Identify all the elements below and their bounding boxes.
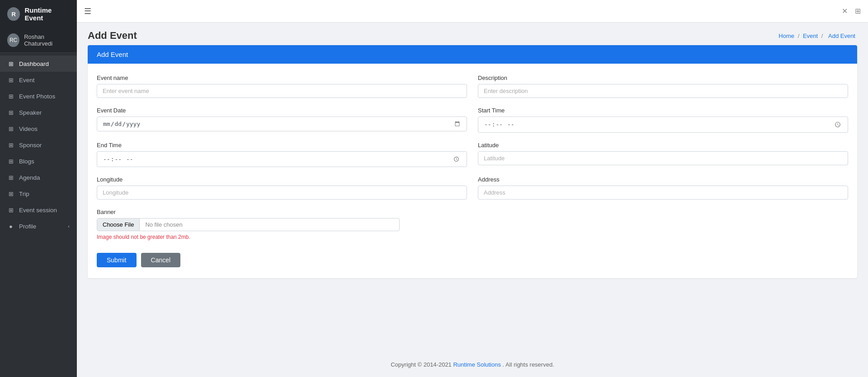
event-icon: ⊞	[7, 76, 14, 84]
sidebar-item-blogs[interactable]: ⊞ Blogs	[0, 153, 77, 169]
profile-left: ● Profile	[7, 223, 36, 230]
speaker-icon: ⊞	[7, 109, 14, 116]
breadcrumb-event[interactable]: Event	[803, 33, 818, 39]
sidebar-item-event-session[interactable]: ⊞ Event session	[0, 202, 77, 218]
username-label: Roshan Chaturvedi	[24, 33, 70, 47]
brand-icon: R	[7, 7, 20, 21]
agenda-icon: ⊞	[7, 174, 14, 181]
sidebar-item-event[interactable]: ⊞ Event	[0, 72, 77, 88]
card-header: Add Event	[88, 45, 857, 64]
form-row-1: Event name Description	[97, 74, 848, 98]
banner-label: Banner	[97, 209, 400, 215]
sidebar-item-label: Sponsor	[19, 142, 42, 149]
sidebar-item-speaker[interactable]: ⊞ Speaker	[0, 104, 77, 121]
add-event-card: Add Event Event name Description Event D…	[88, 45, 857, 278]
videos-icon: ⊞	[7, 125, 14, 132]
breadcrumb-sep1: /	[798, 33, 800, 39]
address-input[interactable]	[478, 186, 848, 200]
event-name-group: Event name	[97, 74, 467, 98]
sidebar-item-videos[interactable]: ⊞ Videos	[0, 121, 77, 137]
form-actions: Submit Cancel	[97, 253, 848, 267]
profile-icon: ●	[7, 223, 14, 230]
footer-text: Copyright © 2014-2021	[391, 361, 453, 368]
start-time-input[interactable]	[478, 116, 848, 133]
footer-suffix: . All rights reserved.	[503, 361, 554, 368]
sidebar-item-label: Trip	[19, 191, 29, 197]
sidebar-brand: R Runtime Event	[0, 0, 77, 28]
start-time-group: Start Time	[478, 107, 848, 133]
dashboard-icon: ⊞	[7, 60, 14, 67]
cancel-button[interactable]: Cancel	[141, 253, 181, 267]
sidebar-item-label: Speaker	[19, 109, 42, 116]
latitude-input[interactable]	[478, 151, 848, 165]
topbar-right: ✕ ⊞	[842, 7, 861, 15]
page-title: Add Event	[88, 30, 137, 42]
sidebar-item-label: Event session	[19, 207, 57, 214]
event-date-label: Event Date	[97, 107, 467, 114]
sidebar: R Runtime Event RC Roshan Chaturvedi ⊞ D…	[0, 0, 77, 377]
sidebar-item-dashboard[interactable]: ⊞ Dashboard	[0, 56, 77, 72]
footer-link[interactable]: Runtime Solutions	[453, 361, 501, 368]
sidebar-item-label: Agenda	[19, 174, 40, 181]
latitude-group: Latitude	[478, 142, 848, 168]
trip-icon: ⊞	[7, 190, 14, 197]
end-time-label: End Time	[97, 142, 467, 149]
start-time-label: Start Time	[478, 107, 848, 114]
topbar-left: ☰	[84, 6, 91, 16]
form-row-2: Event Date Start Time	[97, 107, 848, 133]
longitude-input[interactable]	[97, 186, 467, 200]
description-label: Description	[478, 74, 848, 81]
event-photos-icon: ⊞	[7, 93, 14, 100]
sidebar-item-label: Blogs	[19, 158, 34, 165]
sidebar-item-event-photos[interactable]: ⊞ Event Photos	[0, 88, 77, 104]
submit-button[interactable]: Submit	[97, 253, 137, 267]
chevron-left-icon: ‹	[68, 223, 70, 229]
sidebar-item-sponsor[interactable]: ⊞ Sponsor	[0, 137, 77, 153]
card-body: Event name Description Event Date Start …	[88, 64, 857, 278]
breadcrumb-current: Add Event	[828, 33, 855, 39]
sidebar-item-label: Dashboard	[19, 61, 49, 67]
file-name-display: No file chosen	[140, 219, 399, 231]
event-name-input[interactable]	[97, 84, 467, 98]
sponsor-icon: ⊞	[7, 141, 14, 149]
sidebar-item-label: Videos	[19, 126, 38, 132]
description-input[interactable]	[478, 84, 848, 98]
file-error-message: Image should not be greater than 2mb.	[97, 234, 400, 240]
blogs-icon: ⊞	[7, 158, 14, 165]
event-name-label: Event name	[97, 74, 467, 81]
banner-group: Banner Choose File No file chosen Image …	[97, 209, 400, 240]
address-group: Address	[478, 176, 848, 200]
breadcrumb-home[interactable]: Home	[778, 33, 794, 39]
event-date-input[interactable]	[97, 116, 467, 131]
footer: Copyright © 2014-2021 Runtime Solutions …	[77, 352, 868, 377]
sidebar-nav: ⊞ Dashboard ⊞ Event ⊞ Event Photos ⊞ Spe…	[0, 53, 77, 377]
breadcrumb-sep2: /	[821, 33, 823, 39]
sidebar-item-profile[interactable]: ● Profile ‹	[0, 218, 77, 234]
end-time-input[interactable]	[97, 151, 467, 168]
brand-name: Runtime Event	[24, 6, 70, 22]
description-group: Description	[478, 74, 848, 98]
avatar: RC	[7, 33, 19, 47]
breadcrumb: Home / Event / Add Event	[778, 33, 857, 39]
main-content: ☰ ✕ ⊞ Add Event Home / Event / Add Event…	[77, 0, 868, 377]
grid-icon[interactable]: ⊞	[855, 7, 861, 15]
topbar: ☰ ✕ ⊞	[77, 0, 868, 23]
event-date-group: Event Date	[97, 107, 467, 133]
form-row-4: Longitude Address	[97, 176, 848, 200]
file-choose-button[interactable]: Choose File	[97, 219, 140, 231]
sidebar-item-agenda[interactable]: ⊞ Agenda	[0, 169, 77, 186]
hamburger-button[interactable]: ☰	[84, 6, 91, 16]
longitude-group: Longitude	[97, 176, 467, 200]
form-row-3: End Time Latitude	[97, 142, 848, 168]
end-time-group: End Time	[97, 142, 467, 168]
close-icon[interactable]: ✕	[842, 7, 848, 15]
sidebar-item-label: Event Photos	[19, 93, 55, 100]
file-input-wrapper: Choose File No file chosen	[97, 218, 400, 231]
sidebar-item-trip[interactable]: ⊞ Trip	[0, 186, 77, 202]
address-label: Address	[478, 176, 848, 183]
event-session-icon: ⊞	[7, 206, 14, 214]
profile-label: Profile	[19, 223, 36, 230]
latitude-label: Latitude	[478, 142, 848, 149]
page-header: Add Event Home / Event / Add Event	[77, 23, 868, 45]
sidebar-user: RC Roshan Chaturvedi	[0, 28, 77, 53]
